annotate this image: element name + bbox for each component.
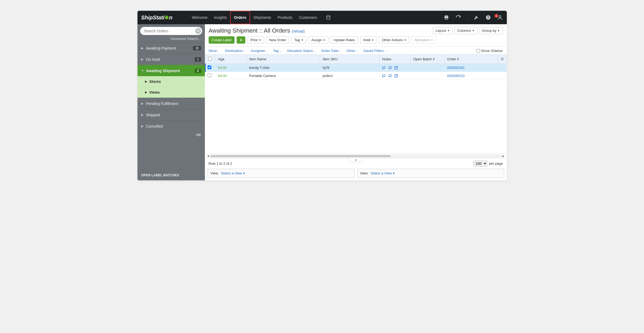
sidebar-sub-views[interactable]: ▶ Views <box>137 87 205 98</box>
cell-open-batch <box>410 64 444 72</box>
sidebar-item-label: Awaiting Payment <box>146 46 193 50</box>
horizontal-scrollbar[interactable]: ◀ ▶ <box>205 154 507 158</box>
columns-button[interactable]: Columns▼ <box>454 27 477 34</box>
order-link[interactable]: 000000010 <box>447 74 464 78</box>
row-checkbox[interactable] <box>208 65 211 69</box>
wrench-icon[interactable] <box>473 15 479 20</box>
col-order-num[interactable]: Order # <box>444 55 498 64</box>
order-link[interactable]: 000000342 <box>447 66 464 70</box>
nav-insights[interactable]: Insights <box>211 11 230 24</box>
col-overflow[interactable]: O <box>498 55 507 64</box>
per-page-select[interactable]: 100 <box>473 160 487 167</box>
filter-other[interactable]: Other⌄ <box>346 49 358 53</box>
assign-button[interactable]: Assign▼ <box>308 36 328 44</box>
filter-order-date[interactable]: Order Date⌄ <box>321 49 341 53</box>
sidebar-sub-label: Stores <box>149 79 161 84</box>
sidebar-item-label: On Hold <box>146 57 195 62</box>
sidebar-item-awaiting-payment[interactable]: ▶ Awaiting Payment 16 <box>137 42 205 54</box>
allocation-button[interactable]: Allocation▼ <box>411 36 436 44</box>
caret-right-icon: ▶ <box>141 113 144 116</box>
scroll-thumb[interactable] <box>211 155 391 157</box>
caret-right-icon: ▶ <box>145 91 147 94</box>
sidebar-item-awaiting-shipment[interactable]: ▼ Awaiting Shipment 2 <box>137 65 205 76</box>
quick-ship-button[interactable] <box>237 36 245 44</box>
select-view-link[interactable]: Select a View ▾ <box>221 171 245 175</box>
svg-rect-8 <box>445 18 447 19</box>
new-order-button[interactable]: New Order <box>266 36 289 44</box>
tag-button[interactable]: Tag▼ <box>291 36 306 44</box>
user-icon[interactable]: 1 <box>497 15 503 20</box>
show-sidebar-checkbox[interactable]: Show Sidebar <box>476 49 503 53</box>
layout-button[interactable]: Layout▼ <box>433 27 453 34</box>
row-checkbox[interactable] <box>208 73 211 77</box>
scroll-right-icon[interactable]: ▶ <box>501 155 506 157</box>
page-title: Awaiting Shipment :: All Orders (reload) <box>209 27 305 34</box>
main-panel: Awaiting Shipment :: All Orders (reload)… <box>205 24 507 180</box>
sidebar-item-label: Pending Fulfillment <box>146 101 201 106</box>
create-label-button[interactable]: Create Label <box>209 36 235 44</box>
search-button[interactable] <box>195 28 201 34</box>
filter-tag[interactable]: Tag⌄ <box>273 49 281 53</box>
sidebar-item-shipped[interactable]: ▶ Shipped <box>137 109 205 120</box>
advanced-search-link[interactable]: Advanced Search... <box>137 36 205 42</box>
collapse-sidebar-button[interactable] <box>137 132 205 138</box>
filter-store[interactable]: Store⌄ <box>209 49 220 53</box>
nav-calculator-icon[interactable] <box>321 11 334 24</box>
svg-text:?: ? <box>487 16 489 19</box>
svg-point-12 <box>197 30 199 32</box>
nav-customers[interactable]: Customers <box>296 11 321 24</box>
other-actions-button[interactable]: Other Actions▼ <box>379 36 409 44</box>
sidebar-item-label: Cancelled <box>146 124 201 128</box>
col-checkbox <box>205 55 215 64</box>
hold-button[interactable]: Hold▼ <box>360 36 377 44</box>
sidebar-item-on-hold[interactable]: ▶ On Hold 1 <box>137 54 205 65</box>
scroll-track[interactable] <box>210 155 501 157</box>
print-button[interactable]: Print▼ <box>247 36 264 44</box>
update-rates-button[interactable]: Update Rates <box>330 36 358 44</box>
nav-orders[interactable]: Orders <box>230 11 250 24</box>
caret-right-icon: ▶ <box>141 47 144 50</box>
open-note-icon[interactable] <box>394 74 398 78</box>
nav-products[interactable]: Products <box>274 11 296 24</box>
open-note-icon[interactable] <box>394 66 398 70</box>
table-row[interactable]: 0d 0h trendy T-shirt hj78 <box>205 64 507 72</box>
filter-assignee[interactable]: Assignee⌄ <box>251 49 268 53</box>
groupby-button[interactable]: Group by▼ <box>479 27 503 34</box>
col-item-name[interactable]: Item Name <box>246 55 320 64</box>
col-age[interactable]: Age <box>215 55 246 64</box>
sidebar-sub-stores[interactable]: ▶ Stores <box>137 76 205 87</box>
filter-destination[interactable]: Destination⌄ <box>225 49 245 53</box>
notes-icons <box>382 74 408 78</box>
print-icon[interactable] <box>443 15 449 20</box>
scroll-left-icon[interactable]: ◀ <box>206 155 210 157</box>
customer-note-icon[interactable] <box>382 74 386 78</box>
expand-handle[interactable]: ▼ <box>349 158 363 162</box>
cell-item-sku: pcller1 <box>320 72 379 80</box>
count-badge: 1 <box>195 57 201 62</box>
filter-allocation-status[interactable]: Allocation Status⌄ <box>287 49 316 53</box>
filter-saved-filters[interactable]: Saved Filters⌄ <box>363 49 387 53</box>
refresh-icon[interactable] <box>455 15 461 20</box>
internal-note-icon[interactable] <box>388 74 392 78</box>
nav-welcome[interactable]: Welcome <box>188 11 211 24</box>
nav-shipments[interactable]: Shipments <box>250 11 274 24</box>
reload-link[interactable]: (reload) <box>292 29 305 33</box>
help-icon[interactable]: ? <box>485 15 491 20</box>
search-input[interactable] <box>144 29 195 33</box>
select-all-checkbox[interactable] <box>208 57 212 61</box>
divider <box>467 14 467 21</box>
internal-note-icon[interactable] <box>388 66 392 70</box>
sidebar-item-cancelled[interactable]: ▶ Cancelled <box>137 120 205 132</box>
open-label-batches[interactable]: OPEN LABEL BATCHES <box>137 170 205 180</box>
filter-bar: Store⌄ Destination⌄ Assignee⌄ Tag⌄ Alloc… <box>205 47 507 54</box>
table-row[interactable]: 0d 0h Portable Camera pcller1 <box>205 72 507 80</box>
cell-age: 0d 0h <box>215 64 246 72</box>
col-open-batch[interactable]: Open Batch # <box>410 55 444 64</box>
select-view-link[interactable]: Select a View ▾ <box>371 171 395 175</box>
svg-line-19 <box>396 66 398 68</box>
caret-right-icon: ▶ <box>141 125 144 128</box>
customer-note-icon[interactable] <box>382 66 386 70</box>
sidebar-item-pending-fulfillment[interactable]: ▶ Pending Fulfillment <box>137 98 205 109</box>
col-notes[interactable]: Notes <box>379 55 410 64</box>
col-item-sku[interactable]: Item SKU <box>320 55 379 64</box>
